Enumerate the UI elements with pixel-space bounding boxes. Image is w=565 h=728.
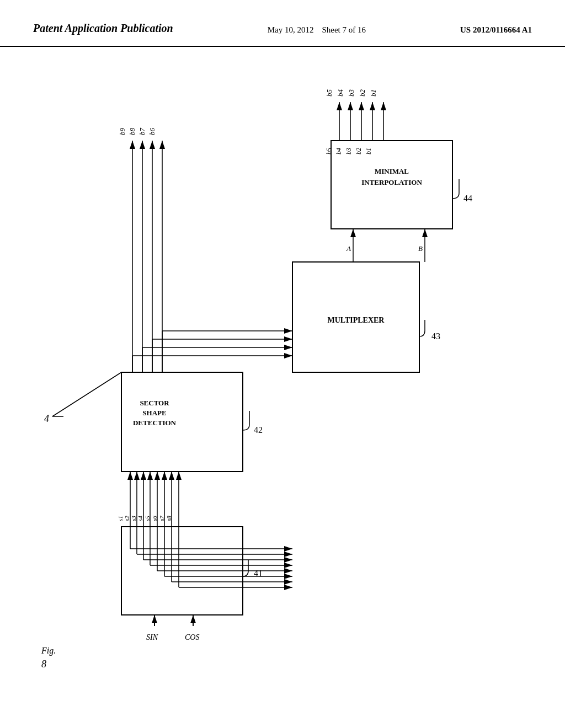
svg-marker-20 [150, 141, 155, 149]
svg-text:s4: s4 [137, 516, 143, 521]
svg-marker-17 [140, 141, 145, 149]
svg-text:b6: b6 [148, 128, 156, 136]
svg-text:b3: b3 [345, 148, 353, 154]
patent-number: US 2012/0116664 A1 [460, 25, 532, 35]
svg-marker-29 [134, 472, 140, 480]
svg-marker-114 [284, 336, 292, 342]
svg-marker-96 [284, 568, 292, 574]
svg-text:MINIMAL: MINIMAL [375, 167, 409, 175]
svg-marker-105 [284, 585, 292, 590]
svg-text:SHAPE: SHAPE [142, 409, 166, 417]
svg-marker-32 [141, 472, 146, 480]
svg-text:43: 43 [431, 331, 440, 341]
svg-text:b4: b4 [335, 148, 343, 154]
svg-text:A: A [346, 244, 351, 253]
svg-marker-38 [154, 472, 160, 480]
svg-marker-26 [127, 472, 133, 480]
svg-marker-66 [348, 102, 353, 110]
svg-text:INTERPOLATION: INTERPOLATION [361, 178, 422, 186]
svg-marker-6 [190, 615, 196, 623]
svg-marker-72 [370, 102, 375, 110]
svg-marker-93 [284, 563, 292, 568]
svg-marker-108 [284, 353, 292, 358]
svg-marker-102 [284, 579, 292, 585]
svg-marker-84 [284, 546, 292, 552]
svg-text:42: 42 [254, 425, 263, 435]
svg-text:b7: b7 [138, 128, 146, 136]
svg-text:b9: b9 [118, 128, 126, 136]
svg-text:s7: s7 [158, 516, 165, 521]
svg-text:b8: b8 [128, 128, 136, 136]
svg-text:MULTIPLEXER: MULTIPLEXER [328, 316, 385, 324]
svg-line-120 [52, 372, 121, 416]
svg-marker-75 [381, 102, 386, 110]
svg-text:b1: b1 [365, 148, 372, 154]
svg-text:s3: s3 [130, 516, 137, 521]
svg-text:s6: s6 [151, 516, 158, 521]
svg-text:SIN: SIN [146, 633, 158, 641]
svg-text:COS: COS [185, 633, 199, 641]
svg-text:b4: b4 [336, 89, 344, 97]
svg-marker-47 [176, 472, 182, 480]
svg-text:44: 44 [463, 194, 472, 203]
svg-text:s2: s2 [124, 516, 130, 521]
svg-text:b2: b2 [358, 89, 366, 97]
svg-marker-87 [284, 552, 292, 557]
svg-text:s5: s5 [144, 516, 151, 521]
svg-marker-14 [130, 141, 135, 149]
svg-text:s1: s1 [117, 516, 124, 521]
svg-text:s8: s8 [166, 516, 172, 521]
svg-marker-35 [147, 472, 153, 480]
svg-marker-3 [152, 615, 157, 623]
sheet-info: May 10, 2012 Sheet 7 of 16 [268, 25, 366, 35]
svg-marker-111 [284, 345, 292, 350]
svg-text:4: 4 [44, 413, 49, 424]
svg-marker-60 [422, 229, 428, 237]
svg-text:b5: b5 [325, 89, 333, 97]
page-header: Patent Application Publication May 10, 2… [0, 0, 565, 47]
svg-text:DETECTION: DETECTION [133, 419, 177, 427]
svg-text:b1: b1 [369, 89, 377, 97]
svg-text:b2: b2 [355, 148, 363, 154]
svg-marker-23 [159, 141, 165, 149]
svg-marker-41 [162, 472, 167, 480]
publication-title: Patent Application Publication [33, 22, 173, 35]
svg-marker-69 [359, 102, 364, 110]
svg-marker-99 [284, 574, 292, 579]
svg-marker-63 [337, 102, 342, 110]
svg-marker-90 [284, 557, 292, 563]
svg-text:b5: b5 [325, 148, 333, 154]
svg-text:B: B [418, 244, 423, 253]
svg-text:SECTOR: SECTOR [140, 399, 169, 407]
circuit-diagram: 41 SIN COS SECTOR SHAPE DETECTION 42 b9 … [0, 47, 565, 720]
svg-marker-44 [169, 472, 174, 480]
svg-text:b3: b3 [347, 89, 355, 97]
svg-text:8: 8 [41, 659, 46, 670]
svg-text:Fig.: Fig. [41, 646, 56, 656]
diagram-area: 41 SIN COS SECTOR SHAPE DETECTION 42 b9 … [0, 47, 565, 720]
svg-marker-57 [350, 229, 356, 237]
svg-marker-117 [284, 328, 292, 334]
